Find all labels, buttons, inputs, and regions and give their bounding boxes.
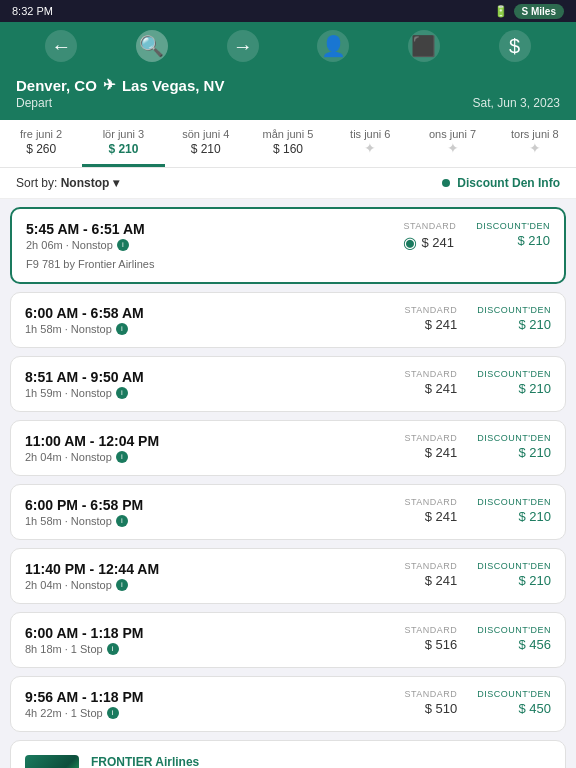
flight-row-4: 11:00 AM - 12:04 PM 2h 04m · Nonstop i S… <box>25 433 551 463</box>
flight-info-dot-8[interactable]: i <box>107 707 119 719</box>
flight-prices-3: STANDARD $ 241 DISCOUNT'DEN $ 210 <box>404 369 551 396</box>
credit-card-promo: F FRONTIER Airlines World Mastercard · E… <box>10 740 566 768</box>
flight-time-6: 11:40 PM - 12:44 AM <box>25 561 404 577</box>
depart-label: Depart <box>16 96 52 110</box>
flight-row-7: 6:00 AM - 1:18 PM 8h 18m · 1 Stop i STAN… <box>25 625 551 655</box>
standard-price-4: STANDARD $ 241 <box>404 433 457 460</box>
flight-card-5[interactable]: 6:00 PM - 6:58 PM 1h 58m · Nonstop i STA… <box>10 484 566 540</box>
route-to: Las Vegas, NV <box>122 77 225 94</box>
flight-time-2: 6:00 AM - 6:58 AM <box>25 305 404 321</box>
battery-indicator: 🔋 <box>494 5 508 18</box>
flight-row-2: 6:00 AM - 6:58 AM 1h 58m · Nonstop i STA… <box>25 305 551 335</box>
flight-info-dot-5[interactable]: i <box>116 515 128 527</box>
flight-detail-7: 8h 18m · 1 Stop i <box>25 643 404 655</box>
bookmark-icon[interactable]: ⬛ <box>408 30 440 62</box>
profile-icon[interactable]: 👤 <box>317 30 349 62</box>
flight-prices-2: STANDARD $ 241 DISCOUNT'DEN $ 210 <box>404 305 551 332</box>
flight-time-7: 6:00 AM - 1:18 PM <box>25 625 404 641</box>
flight-info-7: 6:00 AM - 1:18 PM 8h 18m · 1 Stop i <box>25 625 404 655</box>
flight-card-7[interactable]: 6:00 AM - 1:18 PM 8h 18m · 1 Stop i STAN… <box>10 612 566 668</box>
flight-row-1: 5:45 AM - 6:51 AM 2h 06m · Nonstop i STA… <box>26 221 550 252</box>
flight-time-3: 8:51 AM - 9:50 AM <box>25 369 404 385</box>
date-jun2[interactable]: fre juni 2 $ 260 <box>0 120 82 167</box>
flight-card-3[interactable]: 8:51 AM - 9:50 AM 1h 59m · Nonstop i STA… <box>10 356 566 412</box>
flight-detail-3: 1h 59m · Nonstop i <box>25 387 404 399</box>
date-jun4[interactable]: sön juni 4 $ 210 <box>165 120 247 167</box>
flight-row-8: 9:56 AM - 1:18 PM 4h 22m · 1 Stop i STAN… <box>25 689 551 719</box>
flight-info-dot-1[interactable]: i <box>117 239 129 251</box>
radio-selected-icon[interactable]: ◉ <box>403 233 417 252</box>
flight-card-6[interactable]: 11:40 PM - 12:44 AM 2h 04m · Nonstop i S… <box>10 548 566 604</box>
flight-info-dot-4[interactable]: i <box>116 451 128 463</box>
flight-info-3: 8:51 AM - 9:50 AM 1h 59m · Nonstop i <box>25 369 404 399</box>
deals-icon[interactable]: $ <box>499 30 531 62</box>
standard-price-8: STANDARD $ 510 <box>404 689 457 716</box>
date-jun8[interactable]: tors juni 8 ✦ <box>494 120 576 167</box>
flight-detail-5: 1h 58m · Nonstop i <box>25 515 404 527</box>
date-jun3[interactable]: lör juni 3 $ 210 <box>82 120 164 167</box>
standard-price-6: STANDARD $ 241 <box>404 561 457 588</box>
discount-price-5: DISCOUNT'DEN $ 210 <box>477 497 551 524</box>
flight-card-4[interactable]: 11:00 AM - 12:04 PM 2h 04m · Nonstop i S… <box>10 420 566 476</box>
nav-bar: ← 🔍 → 👤 ⬛ $ <box>0 22 576 70</box>
promo-airline-name: FRONTIER Airlines <box>91 755 551 768</box>
standard-price-1: STANDARD ◉ $ 241 <box>403 221 456 252</box>
discount-price-4: DISCOUNT'DEN $ 210 <box>477 433 551 460</box>
back-button[interactable]: ← <box>45 30 77 62</box>
sort-bar: Sort by: Nonstop ▾ Discount Den Info <box>0 168 576 199</box>
flight-row-5: 6:00 PM - 6:58 PM 1h 58m · Nonstop i STA… <box>25 497 551 527</box>
date-jun7[interactable]: ons juni 7 ✦ <box>411 120 493 167</box>
flight-time-4: 11:00 AM - 12:04 PM <box>25 433 404 449</box>
date-selector: fre juni 2 $ 260 lör juni 3 $ 210 sön ju… <box>0 120 576 168</box>
standard-price-5: STANDARD $ 241 <box>404 497 457 524</box>
flight-info-6: 11:40 PM - 12:44 AM 2h 04m · Nonstop i <box>25 561 404 591</box>
flight-info-8: 9:56 AM - 1:18 PM 4h 22m · 1 Stop i <box>25 689 404 719</box>
discount-price-8: DISCOUNT'DEN $ 450 <box>477 689 551 716</box>
flight-prices-6: STANDARD $ 241 DISCOUNT'DEN $ 210 <box>404 561 551 588</box>
flight-info-dot-6[interactable]: i <box>116 579 128 591</box>
promo-text: FRONTIER Airlines World Mastercard · Ear… <box>91 755 551 768</box>
discount-price-3: DISCOUNT'DEN $ 210 <box>477 369 551 396</box>
flight-row-6: 11:40 PM - 12:44 AM 2h 04m · Nonstop i S… <box>25 561 551 591</box>
flight-card-1[interactable]: 5:45 AM - 6:51 AM 2h 06m · Nonstop i STA… <box>10 207 566 284</box>
date-jun5[interactable]: mån juni 5 $ 160 <box>247 120 329 167</box>
date-jun6[interactable]: tis juni 6 ✦ <box>329 120 411 167</box>
flight-info-5: 6:00 PM - 6:58 PM 1h 58m · Nonstop i <box>25 497 404 527</box>
standard-price-7: STANDARD $ 516 <box>404 625 457 652</box>
flight-card-8[interactable]: 9:56 AM - 1:18 PM 4h 22m · 1 Stop i STAN… <box>10 676 566 732</box>
flight-detail-2: 1h 58m · Nonstop i <box>25 323 404 335</box>
flight-info-dot-2[interactable]: i <box>116 323 128 335</box>
flight-detail-6: 2h 04m · Nonstop i <box>25 579 404 591</box>
flight-card-2[interactable]: 6:00 AM - 6:58 AM 1h 58m · Nonstop i STA… <box>10 292 566 348</box>
flight-row-3: 8:51 AM - 9:50 AM 1h 59m · Nonstop i STA… <box>25 369 551 399</box>
status-right: 🔋 S Miles <box>494 4 564 19</box>
status-bar: 8:32 PM 🔋 S Miles <box>0 0 576 22</box>
flight-info-2: 6:00 AM - 6:58 AM 1h 58m · Nonstop i <box>25 305 404 335</box>
flight-time-8: 9:56 AM - 1:18 PM <box>25 689 404 705</box>
search-icon[interactable]: 🔍 <box>136 30 168 62</box>
forward-button[interactable]: → <box>227 30 259 62</box>
flights-list: 5:45 AM - 6:51 AM 2h 06m · Nonstop i STA… <box>0 199 576 768</box>
flight-time-1: 5:45 AM - 6:51 AM <box>26 221 403 237</box>
route-from: Denver, CO <box>16 77 97 94</box>
flight-prices-7: STANDARD $ 516 DISCOUNT'DEN $ 456 <box>404 625 551 652</box>
sort-value[interactable]: Nonstop ▾ <box>61 176 119 190</box>
discount-price-7: DISCOUNT'DEN $ 456 <box>477 625 551 652</box>
flight-info-dot-3[interactable]: i <box>116 387 128 399</box>
status-time: 8:32 PM <box>12 5 53 17</box>
flight-detail-4: 2h 04m · Nonstop i <box>25 451 404 463</box>
flight-airline-1: F9 781 by Frontier Airlines <box>26 258 550 270</box>
flight-prices-1: STANDARD ◉ $ 241 DISCOUNT'DEN $ 210 <box>403 221 550 252</box>
route-title: Denver, CO ✈ Las Vegas, NV <box>16 76 560 94</box>
miles-badge[interactable]: S Miles <box>514 4 564 19</box>
depart-date: Sat, Jun 3, 2023 <box>473 96 560 110</box>
flight-detail-8: 4h 22m · 1 Stop i <box>25 707 404 719</box>
discount-dot-icon <box>442 179 450 187</box>
flight-detail-1: 2h 06m · Nonstop i <box>26 239 403 251</box>
flight-info-dot-7[interactable]: i <box>107 643 119 655</box>
discount-den-info[interactable]: Discount Den Info <box>442 176 560 190</box>
standard-price-3: STANDARD $ 241 <box>404 369 457 396</box>
flight-prices-4: STANDARD $ 241 DISCOUNT'DEN $ 210 <box>404 433 551 460</box>
sort-label[interactable]: Sort by: Nonstop ▾ <box>16 176 119 190</box>
discount-price-1: DISCOUNT'DEN $ 210 <box>476 221 550 248</box>
